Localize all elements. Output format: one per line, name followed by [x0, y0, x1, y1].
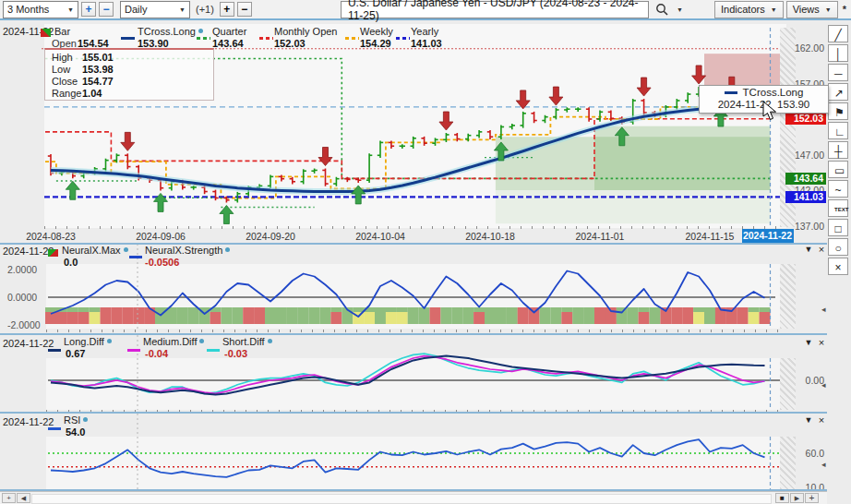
- chevron-down-icon: ▼: [771, 6, 777, 13]
- panel3-close-button[interactable]: ×: [816, 337, 827, 348]
- quarter-series-label[interactable]: Quarter: [212, 26, 246, 37]
- range-increase-button[interactable]: +: [81, 2, 96, 17]
- interval-value: Daily: [125, 4, 147, 15]
- scrollbar-track[interactable]: [31, 494, 772, 504]
- symbol-title-field[interactable]: U.S. Dollar / Japanese Yen - USD/JPY (20…: [341, 1, 649, 18]
- bar-series-label[interactable]: Bar: [54, 26, 70, 37]
- weekly-series-icon: [345, 30, 359, 42]
- quarter-value: 143.64: [212, 38, 244, 49]
- yearly-value: 141.03: [411, 38, 442, 49]
- panel4-y-tick: 60.0: [786, 448, 824, 459]
- horizontal-line-icon[interactable]: ─: [828, 64, 848, 81]
- panel3-collapse-button[interactable]: ▼: [803, 338, 814, 347]
- range-value: 3 Months: [7, 4, 49, 15]
- trendline-icon[interactable]: ╱: [828, 25, 848, 42]
- tcross-series-icon: [121, 30, 135, 42]
- offset-label: (+1): [196, 4, 214, 15]
- search-icon[interactable]: [655, 3, 668, 16]
- delete-icon[interactable]: ×: [828, 258, 848, 275]
- neuralx-strength-icon: [129, 249, 142, 260]
- panel2-close-button[interactable]: ×: [816, 244, 827, 255]
- scroll-add-button[interactable]: +: [2, 493, 16, 503]
- tooltip-series-name: TCross.Long: [743, 87, 804, 98]
- panel-collapse-arrow[interactable]: ◂: [821, 380, 826, 390]
- angle-icon[interactable]: ∟: [828, 122, 848, 139]
- panel-separator[interactable]: [0, 412, 827, 414]
- price-label: 143.64: [785, 173, 826, 185]
- range-decrease-button[interactable]: −: [99, 2, 114, 17]
- rsi-value: 54.0: [66, 426, 85, 438]
- info-dot-icon: [124, 247, 128, 252]
- bar-back-button[interactable]: −: [237, 2, 252, 17]
- info-dot-icon: [199, 339, 204, 343]
- main-y-tick: 147.00: [786, 150, 824, 161]
- search-dropdown-icon[interactable]: ▼: [677, 6, 683, 13]
- active-date-label: 2024-11-22: [742, 229, 794, 243]
- scroll-left-button[interactable]: ◀: [17, 493, 30, 503]
- crosshair-icon[interactable]: ┼: [828, 141, 848, 159]
- main-x-tick: 2024-10-04: [355, 231, 405, 242]
- chevron-down-icon: ▼: [825, 6, 832, 13]
- panel-collapse-arrow[interactable]: ◂: [821, 460, 826, 469]
- short-diff-label[interactable]: Short.Diff: [222, 336, 272, 347]
- info-dot-icon: [225, 247, 230, 252]
- monthly-series-label[interactable]: Monthly Open: [274, 26, 337, 37]
- yearly-series-label[interactable]: Yearly: [411, 26, 438, 37]
- panel-separator[interactable]: [0, 333, 827, 335]
- monthly-series-icon: [259, 30, 273, 42]
- medium-diff-label[interactable]: Medium.Diff: [143, 336, 204, 347]
- panel2-y-tick: 0.0000: [7, 292, 44, 303]
- neuralx-strength-label[interactable]: NeuralX.Strength: [145, 245, 230, 256]
- long-diff-label[interactable]: Long.Diff: [64, 336, 112, 347]
- yearly-series-icon: [396, 30, 410, 42]
- symbol-title: U.S. Dollar / Japanese Yen - USD/JPY (20…: [348, 0, 641, 22]
- ray-icon[interactable]: ↗: [828, 83, 848, 101]
- panel2-collapse-button[interactable]: ▼: [803, 245, 814, 254]
- indicators-button[interactable]: Indicators▼: [714, 1, 784, 18]
- range-value: 1.04: [82, 88, 102, 99]
- bar-forward-button[interactable]: +: [220, 2, 234, 17]
- neuralx-max-icon: [48, 247, 58, 258]
- stop-button[interactable]: ■: [775, 493, 789, 503]
- toolbar: 3 Months▼ + − Daily▼ (+1) + − U.S. Dolla…: [0, 0, 851, 20]
- rectangle-icon[interactable]: □: [828, 219, 848, 236]
- wave-icon[interactable]: ~: [828, 180, 848, 198]
- tcross-series-label[interactable]: TCross.Long: [138, 26, 203, 37]
- tooltip-series-icon: [725, 91, 737, 94]
- neuralx-max-label[interactable]: NeuralX.Max: [62, 245, 128, 256]
- panel3-y-tick: 0.00: [786, 375, 824, 386]
- rsi-icon: [48, 421, 61, 432]
- close-row: Close: [52, 76, 78, 87]
- weekly-series-label[interactable]: Weekly: [360, 26, 393, 37]
- interval-select[interactable]: Daily▼: [120, 1, 190, 18]
- text-tool-icon[interactable]: TEXT: [828, 199, 848, 217]
- panel2-y-tick: 2.0000: [7, 264, 44, 275]
- panel3-date: 2024-11-22: [3, 338, 54, 349]
- flag-icon[interactable]: ⚑: [828, 102, 848, 120]
- panel-collapse-arrow[interactable]: ◂: [821, 305, 826, 314]
- ellipse-icon[interactable]: ○: [828, 238, 848, 256]
- mouse-cursor: [762, 102, 781, 122]
- long-diff-icon: [48, 342, 61, 354]
- add-button[interactable]: +: [805, 493, 819, 503]
- callout-icon[interactable]: ▭: [828, 161, 848, 178]
- views-button[interactable]: Views▼: [786, 1, 838, 18]
- panel4-collapse-button[interactable]: ▼: [803, 415, 814, 425]
- panel2-ticks: [46, 330, 786, 332]
- weekly-value: 154.29: [360, 38, 391, 49]
- panel4-close-button[interactable]: ×: [816, 414, 827, 426]
- monthly-value: 152.03: [274, 38, 306, 49]
- range-select[interactable]: 3 Months▼: [3, 1, 78, 18]
- margin-hatch: [780, 264, 796, 329]
- main-x-tick: 2024-11-01: [576, 231, 625, 242]
- long-diff-value: 0.67: [66, 348, 85, 359]
- vertical-line-icon[interactable]: │: [828, 44, 848, 62]
- rsi-label[interactable]: RSI: [64, 414, 88, 426]
- indicators-label: Indicators: [721, 4, 765, 15]
- chevron-down-icon: ▼: [67, 6, 74, 13]
- play-button[interactable]: ▶: [790, 493, 804, 503]
- short-diff-icon: [207, 342, 220, 354]
- bar-series-icon: [41, 28, 51, 39]
- medium-diff-icon: [127, 342, 140, 354]
- ohlc-info-box: High155.01 Low153.98 Close154.77 Range1.…: [44, 48, 214, 101]
